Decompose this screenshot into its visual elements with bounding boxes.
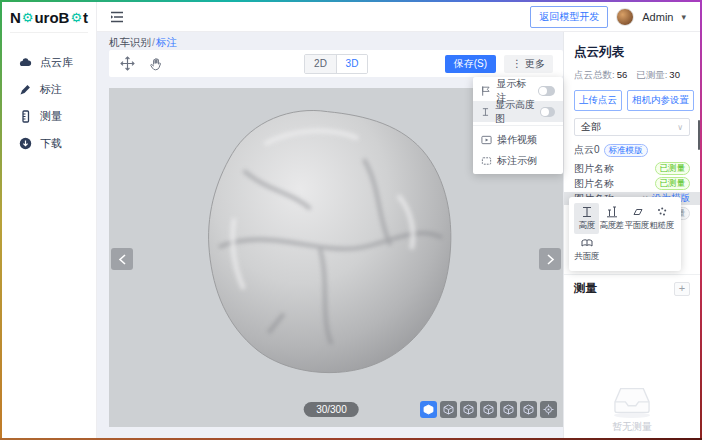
more-button[interactable]: ⋮ 更多 xyxy=(504,55,553,73)
image-counter: 30/300 xyxy=(304,402,359,417)
move-icon xyxy=(120,56,135,71)
add-measurement-button[interactable]: + xyxy=(674,282,690,296)
show-heightmap-toggle[interactable] xyxy=(540,107,555,117)
sidebar-item-label: 点云库 xyxy=(40,55,73,70)
coplanarity-tool-icon xyxy=(581,237,593,249)
app-window: N⚙uroB⚙t 点云库 标注 测量 下载 xyxy=(0,0,702,440)
height-diff-tool-icon xyxy=(606,206,618,218)
measurement-section-header: 测量 + xyxy=(564,274,700,296)
grab-hand-tool-button[interactable] xyxy=(148,56,164,72)
roughness-tool-icon xyxy=(656,206,668,218)
avatar[interactable] xyxy=(616,8,634,26)
panel-title: 点云列表 xyxy=(574,44,690,61)
menu-item-label: 操作视频 xyxy=(497,133,537,147)
total-label: 点云总数: xyxy=(574,69,615,80)
image-list-row[interactable]: 图片名称 已测量 xyxy=(564,177,700,190)
filter-select[interactable]: 全部 ∨ xyxy=(574,118,690,136)
app-root: N⚙uroB⚙t 点云库 标注 测量 下载 xyxy=(2,2,700,438)
pointcloud-panel: 点云列表 点云总数:56 已测量:30 上传点云 相机内参设置 全部 ∨ xyxy=(563,32,700,438)
view-cube-bottom-button[interactable] xyxy=(520,401,537,418)
tool-label: 平面度 xyxy=(625,220,649,232)
tools-grid: 高度 高度差 平面度 xyxy=(574,203,676,265)
empty-inbox-icon xyxy=(609,383,655,419)
breadcrumb: 机车识别/标注 xyxy=(109,32,563,48)
empty-text: 暂无测量 xyxy=(612,420,652,434)
pan-move-tool-button[interactable] xyxy=(119,56,135,72)
vertical-dots-icon: ⋮ xyxy=(512,58,522,69)
tool-roughness[interactable]: 粗糙度 xyxy=(649,203,674,234)
logo-text: N xyxy=(10,9,21,26)
camera-intrinsics-button[interactable]: 相机内参设置 xyxy=(627,90,694,111)
menu-item-annotation-example[interactable]: 标注示例 xyxy=(473,150,563,171)
height-ibeam-icon xyxy=(481,106,490,118)
tool-coplanarity[interactable]: 共面度 xyxy=(574,234,599,265)
pointcloud-group-row[interactable]: 点云0 标准模版 xyxy=(574,143,690,157)
prev-image-button[interactable] xyxy=(111,248,133,270)
tool-height[interactable]: 高度 xyxy=(574,203,599,234)
image-list-row[interactable]: 图片名称 已测量 xyxy=(564,162,700,175)
menu-item-label: 标注示例 xyxy=(497,154,537,168)
scrollbar-thumb[interactable] xyxy=(698,120,700,150)
measured-badge: 已测量 xyxy=(655,177,691,190)
breadcrumb-parent[interactable]: 机车识别 xyxy=(109,36,151,48)
show-annotations-toggle[interactable] xyxy=(538,86,555,96)
image-name: 图片名称 xyxy=(574,162,614,176)
tool-label: 共面度 xyxy=(575,251,599,263)
sidebar-item-annotate[interactable]: 标注 xyxy=(2,76,96,103)
mode-3d-button[interactable]: 3D xyxy=(336,55,367,73)
mode-2d-button[interactable]: 2D xyxy=(305,55,336,73)
cube-icon xyxy=(523,404,534,415)
back-to-model-dev-button[interactable]: 返回模型开发 xyxy=(530,6,608,28)
tool-label: 粗糙度 xyxy=(650,220,674,232)
sidebar-item-measure[interactable]: 测量 xyxy=(2,103,96,130)
user-name[interactable]: Admin xyxy=(642,11,673,23)
measured-value: 30 xyxy=(669,69,680,80)
main-area: 机车识别/标注 2D 3D xyxy=(97,32,563,438)
next-image-button[interactable] xyxy=(539,248,561,270)
chevron-left-icon xyxy=(118,254,127,265)
measured-badge: 已测量 xyxy=(655,162,691,175)
template-badge: 标准模版 xyxy=(604,144,648,157)
hand-icon xyxy=(149,57,163,71)
view-cube-back-button[interactable] xyxy=(440,401,457,418)
logo-text: t xyxy=(83,9,88,26)
tooth-3d-model[interactable] xyxy=(177,102,482,392)
download-icon xyxy=(19,137,32,150)
total-stat: 点云总数:56 xyxy=(574,69,627,82)
sidebar-item-pointcloud-library[interactable]: 点云库 xyxy=(2,49,96,76)
view-cube-right-button[interactable] xyxy=(480,401,497,418)
view-cube-front-button[interactable] xyxy=(420,401,437,418)
cube-icon xyxy=(463,404,474,415)
cube-icon xyxy=(503,404,514,415)
measure-tools-popup: 高度 高度差 平面度 xyxy=(569,197,681,271)
crosshair-icon xyxy=(543,404,554,415)
caret-down-icon[interactable]: ▾ xyxy=(681,12,686,22)
example-frame-icon xyxy=(481,155,492,167)
pen-icon xyxy=(19,83,32,96)
view-cube-left-button[interactable] xyxy=(460,401,477,418)
view-cube-top-button[interactable] xyxy=(500,401,517,418)
menu-item-show-heightmap[interactable]: 显示高度图 xyxy=(473,101,563,122)
video-icon xyxy=(481,134,492,146)
image-name: 图片名称 xyxy=(574,177,614,191)
measured-stat: 已测量:30 xyxy=(636,69,680,82)
save-button[interactable]: 保存(S) xyxy=(445,55,496,73)
measured-label: 已测量: xyxy=(636,69,667,80)
tool-height-difference[interactable]: 高度差 xyxy=(599,203,624,234)
cube-icon xyxy=(423,404,434,415)
menu-item-label: 显示高度图 xyxy=(495,98,536,126)
pointcloud-stats: 点云总数:56 已测量:30 xyxy=(574,69,690,82)
sidebar-nav: 点云库 标注 测量 下载 xyxy=(2,49,96,157)
reset-view-button[interactable] xyxy=(540,401,557,418)
collapse-sidebar-button[interactable] xyxy=(109,9,125,25)
menu-item-tutorial-video[interactable]: 操作视频 xyxy=(473,129,563,150)
toolbar-right: 保存(S) ⋮ 更多 xyxy=(445,55,553,73)
divider xyxy=(10,32,88,33)
tool-flatness[interactable]: 平面度 xyxy=(624,203,649,234)
breadcrumb-current: 标注 xyxy=(156,36,177,48)
sidebar-item-download[interactable]: 下载 xyxy=(2,130,96,157)
group-name: 点云0 xyxy=(574,143,600,157)
canvas-toolbar: 2D 3D 保存(S) ⋮ 更多 xyxy=(109,50,563,77)
sidebar-item-label: 测量 xyxy=(40,109,62,124)
upload-pointcloud-button[interactable]: 上传点云 xyxy=(574,90,622,111)
